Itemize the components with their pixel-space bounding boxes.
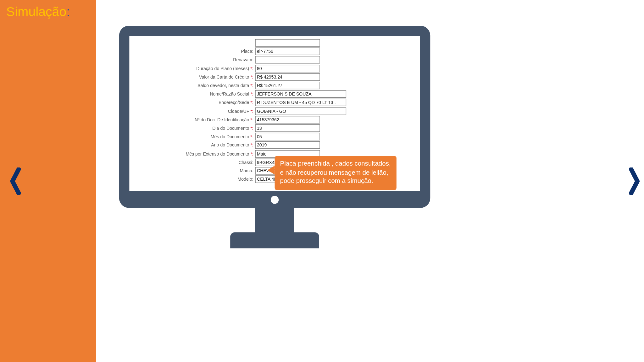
field-label: Saldo devedor, nesta data *: xyxy=(129,83,255,88)
field-label: Chassi: xyxy=(129,160,255,165)
form-row: Nome/Razão Social *:JEFFERSON S DE SOUZA xyxy=(129,90,420,98)
field-label: Mês do Documento *: xyxy=(129,134,255,139)
slide-title: Simulação: xyxy=(6,4,70,19)
text-input[interactable]: R DUZENTOS E UM - 45 QD 70 LT 13 . xyxy=(255,99,346,106)
field-label-text: Cidade/UF xyxy=(228,109,250,114)
form-row: Valor da Carta de Crédito *:R$ 42953.24 xyxy=(129,73,420,81)
required-marker: *: xyxy=(250,151,253,156)
field-label-text: Endereço/Sede xyxy=(219,100,250,105)
field-label: Dia do Documento *: xyxy=(129,126,255,131)
monitor-power-icon xyxy=(271,196,279,204)
field-label: Mês por Extenso do Documento *: xyxy=(129,151,255,156)
text-input[interactable]: GOIANIA - GO xyxy=(255,107,346,115)
required-marker: *: xyxy=(250,66,253,71)
field-label: Ano do Documento *: xyxy=(129,143,255,148)
text-input[interactable] xyxy=(255,39,320,47)
field-label: Modelo: xyxy=(129,177,255,182)
required-marker: *: xyxy=(250,91,253,96)
text-input[interactable]: R$ 15261.27 xyxy=(255,82,320,89)
required-marker: *: xyxy=(250,74,253,80)
monitor-illustration: Placa:eir-7756Renavam:Duração do Plano (… xyxy=(119,26,430,257)
field-label: Endereço/Sede *: xyxy=(129,100,255,105)
chevron-left-icon xyxy=(9,167,21,195)
text-input[interactable]: 05 xyxy=(255,133,320,140)
required-marker: *: xyxy=(250,117,253,122)
callout-line: e não recuperou mensagem de leilão, xyxy=(280,168,391,177)
field-label-text: Nº do Doc. De Identificação xyxy=(195,117,250,122)
required-marker: *: xyxy=(250,100,253,105)
form-row: Duração do Plano (meses) *:80 xyxy=(129,64,420,73)
field-label: Marca: xyxy=(129,168,255,173)
field-label-text: Valor da Carta de Crédito xyxy=(199,74,250,80)
text-input[interactable] xyxy=(255,56,320,64)
field-label-text: Marca: xyxy=(240,168,253,173)
field-label-text: Dia do Documento xyxy=(212,126,250,131)
monitor-base xyxy=(230,232,319,248)
text-input[interactable]: 80 xyxy=(255,65,320,72)
callout-line: Placa preenchida , dados consultados, xyxy=(280,159,391,168)
field-label: Duração do Plano (meses) *: xyxy=(129,66,255,71)
form-row: Placa:eir-7756 xyxy=(129,47,420,56)
form-row: Nº do Doc. De Identificação *:415379362 xyxy=(129,115,420,124)
info-callout: Placa preenchida , dados consultados, e … xyxy=(275,156,397,190)
field-label-text: Mês do Documento xyxy=(211,134,251,139)
field-label-text: Ano do Documento xyxy=(211,143,250,148)
prev-slide-button[interactable] xyxy=(9,167,21,195)
form-row xyxy=(129,39,420,47)
text-input[interactable]: R$ 42953.24 xyxy=(255,73,320,81)
required-marker: *: xyxy=(250,83,253,88)
form-row: Saldo devedor, nesta data *:R$ 15261.27 xyxy=(129,81,420,90)
field-label-text: Duração do Plano (meses) xyxy=(196,66,250,71)
field-label-text: Placa: xyxy=(241,49,253,54)
text-input[interactable]: JEFFERSON S DE SOUZA xyxy=(255,90,346,98)
field-label-text: Renavam: xyxy=(233,58,253,63)
form-row: Endereço/Sede *:R DUZENTOS E UM - 45 QD … xyxy=(129,98,420,107)
form-row: Ano do Documento *:2019 xyxy=(129,141,420,149)
text-input[interactable]: 415379362 xyxy=(255,116,320,123)
field-label: Nº do Doc. De Identificação *: xyxy=(129,117,255,122)
monitor-neck xyxy=(255,208,294,235)
field-label: Placa: xyxy=(129,49,255,54)
next-slide-button[interactable] xyxy=(629,167,641,195)
field-label-text: Nome/Razão Social xyxy=(210,91,250,96)
form-row: Cidade/UF *:GOIANIA - GO xyxy=(129,107,420,115)
required-marker: *: xyxy=(250,109,253,114)
field-label: Valor da Carta de Crédito *: xyxy=(129,74,255,80)
field-label-text: Mês por Extenso do Documento xyxy=(186,151,250,156)
required-marker: *: xyxy=(250,134,253,139)
text-input[interactable]: eir-7756 xyxy=(255,48,320,55)
field-label-text: Saldo devedor, nesta data xyxy=(197,83,250,88)
form-row: Renavam: xyxy=(129,56,420,64)
field-label: Renavam: xyxy=(129,58,255,63)
slide-title-text: Simulação xyxy=(6,4,66,19)
required-marker: *: xyxy=(250,126,253,131)
slide-title-colon: : xyxy=(66,4,70,19)
callout-line: pode prosseguir com a simução. xyxy=(280,177,391,186)
field-label: Cidade/UF *: xyxy=(129,109,255,114)
required-marker: *: xyxy=(250,143,253,148)
chevron-right-icon xyxy=(629,167,641,195)
text-input[interactable]: 2019 xyxy=(255,141,320,149)
form-row: Dia do Documento *:13 xyxy=(129,124,420,132)
form-row: Mês do Documento *:05 xyxy=(129,132,420,141)
field-label: Nome/Razão Social *: xyxy=(129,91,255,96)
text-input[interactable]: 13 xyxy=(255,124,320,132)
field-label-text: Chassi: xyxy=(239,160,253,165)
field-label-text: Modelo: xyxy=(237,177,253,182)
